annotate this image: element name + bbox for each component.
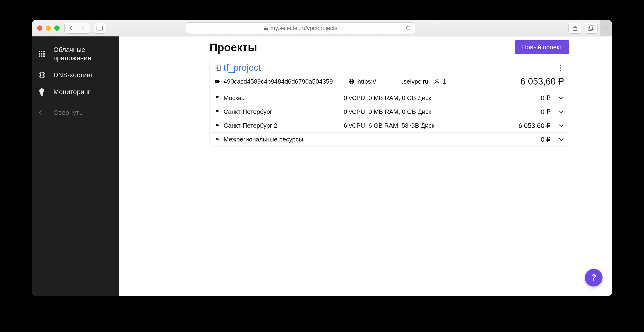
project-url: https:// .selvpc.ru xyxy=(348,78,434,85)
region-name: Санкт-Петербург 2 xyxy=(224,122,278,129)
svg-rect-11 xyxy=(44,53,45,54)
svg-point-28 xyxy=(436,79,438,81)
main-content: Проекты Новый проект tf_project xyxy=(119,36,612,296)
close-window-button[interactable] xyxy=(37,25,42,31)
chevron-down-icon[interactable] xyxy=(559,110,564,114)
enter-icon xyxy=(215,64,221,71)
svg-rect-2 xyxy=(264,28,268,30)
region-row[interactable]: Межрегиональные ресурсы 0 ₽ xyxy=(210,132,569,146)
project-users-count: 1 xyxy=(443,78,446,85)
chevron-down-icon[interactable] xyxy=(559,96,564,100)
region-name: Санкт-Петербург xyxy=(224,108,272,115)
svg-rect-13 xyxy=(41,55,42,57)
help-label: ? xyxy=(591,273,596,283)
sidebar-item-dns-hosting[interactable]: DNS-хостинг xyxy=(32,66,119,83)
region-specs: 0 vCPU, 0 MB RAM, 0 GB Диск xyxy=(344,108,482,115)
globe-icon xyxy=(348,79,354,84)
flag-icon xyxy=(215,109,220,115)
project-more-button[interactable] xyxy=(557,63,564,72)
back-button[interactable] xyxy=(64,23,77,33)
svg-rect-12 xyxy=(38,55,40,57)
project-card: tf_project 490cacd4589c4b948 xyxy=(210,58,570,146)
svg-point-23 xyxy=(560,70,561,71)
svg-rect-10 xyxy=(41,53,42,54)
page-title: Проекты xyxy=(210,41,257,54)
svg-point-21 xyxy=(560,64,561,66)
address-bar[interactable]: my.selectel.ru/vpc/projects xyxy=(186,22,415,34)
svg-rect-6 xyxy=(38,51,40,52)
svg-point-22 xyxy=(560,67,561,68)
region-specs: 6 vCPU, 6 GB RAM, 58 GB Диск xyxy=(344,122,482,129)
svg-rect-14 xyxy=(44,55,45,57)
project-id: 490cacd4589c4b9484d6d6790a504359 xyxy=(215,78,348,85)
user-icon xyxy=(434,79,440,84)
reload-icon[interactable] xyxy=(406,25,411,31)
sidebar-collapse-label: Свернуть xyxy=(54,108,83,117)
region-list: Москва 0 vCPU, 0 MB RAM, 0 GB Диск 0 ₽ С… xyxy=(210,91,569,146)
flag-icon xyxy=(215,137,220,142)
fullscreen-window-button[interactable] xyxy=(54,25,60,31)
svg-rect-9 xyxy=(38,53,40,54)
help-button[interactable]: ? xyxy=(585,269,602,287)
region-row[interactable]: Москва 0 vCPU, 0 MB RAM, 0 GB Диск 0 ₽ xyxy=(210,91,569,105)
region-row[interactable]: Санкт-Петербург 0 vCPU, 0 MB RAM, 0 GB Д… xyxy=(210,105,569,119)
minimize-window-button[interactable] xyxy=(46,25,51,31)
project-url-suffix: .selvpc.ru xyxy=(402,78,428,85)
region-name: Межрегиональные ресурсы xyxy=(224,136,303,143)
chevron-down-icon[interactable] xyxy=(559,138,564,141)
sidebar-item-cloud-apps[interactable]: Облачные приложения xyxy=(32,41,119,66)
project-price: 6 053,60 ₽ xyxy=(520,76,564,87)
svg-rect-5 xyxy=(590,26,594,29)
tabs-button[interactable] xyxy=(585,23,598,33)
svg-rect-19 xyxy=(41,95,43,96)
window-controls xyxy=(37,25,60,31)
region-row[interactable]: Санкт-Петербург 2 6 vCPU, 6 GB RAM, 58 G… xyxy=(210,119,569,132)
sidebar-collapse[interactable]: Свернуть xyxy=(32,104,119,121)
browser-chrome: my.selectel.ru/vpc/projects + xyxy=(32,20,612,36)
project-id-value: 490cacd4589c4b9484d6d6790a504359 xyxy=(224,78,333,85)
svg-rect-18 xyxy=(40,94,43,95)
svg-rect-24 xyxy=(215,80,219,83)
project-title-link[interactable]: tf_project xyxy=(215,63,261,73)
url-text: my.selectel.ru/vpc/projects xyxy=(270,25,338,31)
chevron-left-icon xyxy=(38,110,47,115)
project-name: tf_project xyxy=(224,63,261,73)
svg-rect-0 xyxy=(97,26,102,30)
region-price: 0 ₽ xyxy=(541,94,550,102)
sidebar-toggle-button[interactable] xyxy=(93,23,106,33)
chevron-down-icon[interactable] xyxy=(559,124,564,127)
tag-icon xyxy=(215,79,220,84)
sidebar-item-label: Облачные приложения xyxy=(54,45,91,62)
lightbulb-icon xyxy=(38,88,47,96)
globe-icon xyxy=(38,71,47,79)
region-price: 0 ₽ xyxy=(541,108,550,116)
svg-rect-7 xyxy=(41,51,42,52)
share-button[interactable] xyxy=(568,23,581,33)
svg-rect-4 xyxy=(588,27,592,30)
flag-icon xyxy=(215,123,220,128)
new-tab-button[interactable]: + xyxy=(600,20,612,36)
project-url-prefix: https:// xyxy=(358,78,376,85)
sidebar-item-monitoring[interactable]: Мониторинг xyxy=(32,83,119,100)
flag-icon xyxy=(215,95,220,101)
svg-rect-8 xyxy=(44,51,45,52)
region-name: Москва xyxy=(224,94,245,102)
region-price: 0 ₽ xyxy=(541,135,550,143)
browser-window: my.selectel.ru/vpc/projects + Облачные п… xyxy=(32,20,612,296)
region-price: 6 053,60 ₽ xyxy=(518,122,550,130)
project-users: 1 xyxy=(434,78,472,85)
forward-button[interactable] xyxy=(77,23,90,33)
new-project-button[interactable]: Новый проект xyxy=(515,40,570,54)
sidebar-item-label: DNS-хостинг xyxy=(54,71,93,79)
lock-icon xyxy=(264,26,268,30)
sidebar-item-label: Мониторинг xyxy=(54,88,90,96)
apps-icon xyxy=(38,50,47,57)
region-specs: 0 vCPU, 0 MB RAM, 0 GB Диск xyxy=(344,94,482,102)
sidebar: Облачные приложения DNS-хостинг Монитори… xyxy=(32,36,119,296)
